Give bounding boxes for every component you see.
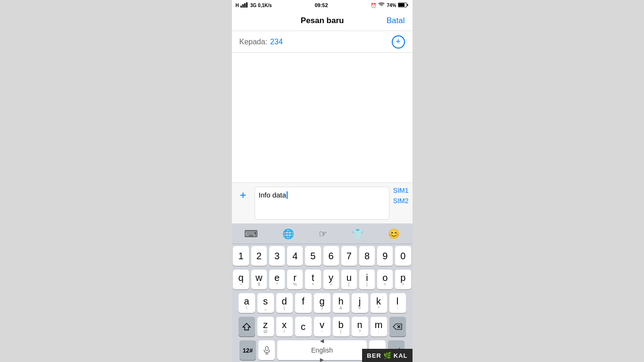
nav-bar: Pesan baru Batal xyxy=(232,10,413,31)
keyboard-hide-icon[interactable]: ⌨ xyxy=(240,226,262,241)
svg-rect-2 xyxy=(244,3,246,8)
watermark-leaf-icon: 🌿 xyxy=(383,352,392,359)
key-m[interactable]: m; xyxy=(371,317,387,337)
watermark-text2: KAL xyxy=(394,352,408,359)
space-next-icon: ► xyxy=(319,356,325,362)
key-s[interactable]: s_ xyxy=(257,293,274,313)
message-text: Info data xyxy=(259,191,286,199)
key-7[interactable]: 7 xyxy=(341,246,357,266)
sim-selector: SIM1 SIM2 xyxy=(393,187,409,205)
space-label: English xyxy=(311,346,333,354)
shift-key[interactable] xyxy=(239,317,255,337)
key-p[interactable]: p> xyxy=(395,270,411,289)
key-j[interactable]: j# xyxy=(352,293,368,313)
battery-percent: 74% xyxy=(387,3,396,8)
number-symbol-key[interactable]: 12# xyxy=(239,340,256,360)
svg-rect-0 xyxy=(240,6,242,8)
key-3[interactable]: 3 xyxy=(269,246,285,266)
key-l[interactable]: l- xyxy=(389,293,406,313)
key-t[interactable]: t+ xyxy=(305,270,321,289)
key-o[interactable]: o< xyxy=(377,270,393,289)
microphone-key[interactable] xyxy=(258,340,275,360)
add-contact-button[interactable]: + xyxy=(392,35,405,49)
battery-icon xyxy=(398,2,408,8)
key-y[interactable]: y= xyxy=(323,270,339,289)
key-k[interactable]: k* xyxy=(371,293,387,313)
svg-rect-6 xyxy=(398,3,405,7)
key-a[interactable]: a\ xyxy=(239,293,255,313)
key-e[interactable]: e^ xyxy=(269,270,285,289)
key-b[interactable]: b| xyxy=(333,317,349,337)
qwerty-row: q~ w$ e^ r% t+ y= u[ i| o< p> xyxy=(233,270,411,289)
svg-rect-10 xyxy=(265,346,268,351)
delete-key[interactable] xyxy=(389,317,406,337)
svg-marker-7 xyxy=(243,323,250,330)
keyboard: 1 2 3 4 5 6 7 8 9 0 q~ w$ e^ r% t+ y= u[… xyxy=(232,244,413,362)
network-type: 3G xyxy=(250,3,256,8)
key-v[interactable]: v- xyxy=(314,317,330,337)
key-q[interactable]: q~ xyxy=(233,270,248,289)
svg-rect-5 xyxy=(407,4,408,6)
watermark: BER 🌿 KAL xyxy=(362,349,412,362)
emoji-icon[interactable]: 😊 xyxy=(384,226,404,241)
key-0[interactable]: 0 xyxy=(395,246,411,266)
key-d[interactable]: d( xyxy=(276,293,293,313)
status-bar: H 3G 0,1K/s 09:52 ⏰ xyxy=(232,0,413,10)
message-body-area[interactable] xyxy=(232,53,413,182)
number-row: 1 2 3 4 5 6 7 8 9 0 xyxy=(233,246,411,266)
message-input[interactable]: Info data xyxy=(255,187,389,220)
keyboard-toolbar: ⌨ 🌐 ☞ 👕 😊 xyxy=(232,223,413,244)
alarm-icon: ⏰ xyxy=(371,3,376,8)
sim1-button[interactable]: SIM1 xyxy=(393,187,409,194)
key-f[interactable]: f: xyxy=(295,293,312,313)
svg-rect-3 xyxy=(246,2,248,8)
key-h[interactable]: h& xyxy=(333,293,349,313)
key-r[interactable]: r% xyxy=(287,270,303,289)
to-label: Kepada: xyxy=(239,38,268,46)
input-bar: + Info data SIM1 SIM2 xyxy=(232,182,413,223)
space-key[interactable]: ◄ English ► xyxy=(277,340,367,360)
asdf-row: a\ s_ d( f: g) h& j# k* l- xyxy=(233,293,411,313)
key-5[interactable]: 5 xyxy=(305,246,321,266)
key-g[interactable]: g) xyxy=(314,293,330,313)
key-n[interactable]: n? xyxy=(352,317,368,337)
status-left: H 3G 0,1K/s xyxy=(236,2,272,8)
cancel-button[interactable]: Batal xyxy=(387,16,405,25)
key-6[interactable]: 6 xyxy=(323,246,339,266)
watermark-text: BER xyxy=(367,352,381,359)
language-globe-icon[interactable]: 🌐 xyxy=(279,226,298,241)
zxcv-row: z@ x/ c v- b| n? m; xyxy=(233,317,411,337)
to-field: Kepada: 234 + xyxy=(232,31,413,53)
key-1[interactable]: 1 xyxy=(233,246,248,266)
space-prev-icon: ◄ xyxy=(319,337,325,345)
text-cursor xyxy=(287,191,288,199)
page-title: Pesan baru xyxy=(301,16,344,25)
key-c[interactable]: c xyxy=(295,317,312,337)
key-8[interactable]: 8 xyxy=(359,246,375,266)
key-i[interactable]: i| xyxy=(359,270,375,289)
network-speed: 0,1K/s xyxy=(258,3,272,8)
key-z[interactable]: z@ xyxy=(257,317,274,337)
key-4[interactable]: 4 xyxy=(287,246,303,266)
key-x[interactable]: x/ xyxy=(276,317,293,337)
shirt-icon[interactable]: 👕 xyxy=(348,226,367,241)
recipient-number[interactable]: 234 xyxy=(270,38,388,46)
key-2[interactable]: 2 xyxy=(251,246,267,266)
carrier-text: H xyxy=(236,3,239,8)
key-u[interactable]: u[ xyxy=(341,270,357,289)
pointer-icon[interactable]: ☞ xyxy=(315,226,331,241)
key-w[interactable]: w$ xyxy=(251,270,267,289)
signal-bars xyxy=(240,2,249,8)
key-9[interactable]: 9 xyxy=(377,246,393,266)
attach-button[interactable]: + xyxy=(236,187,251,204)
time-display: 09:52 xyxy=(314,2,328,8)
svg-rect-1 xyxy=(242,4,244,8)
status-right: ⏰ 74% xyxy=(371,2,408,8)
sim2-button[interactable]: SIM2 xyxy=(393,197,409,205)
wifi-icon xyxy=(378,2,385,8)
